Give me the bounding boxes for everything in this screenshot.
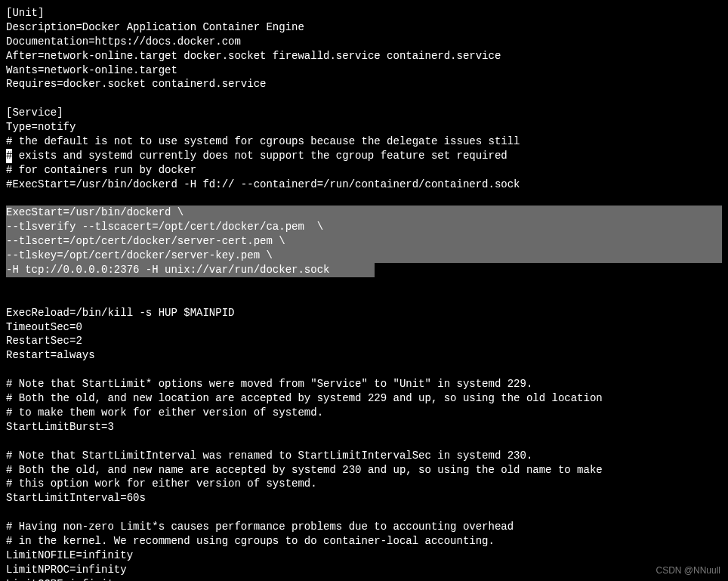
config-line: # for containers run by docker bbox=[6, 163, 722, 178]
config-line: Description=Docker Application Container… bbox=[6, 20, 722, 35]
config-line: #ExecStart=/usr/bin/dockerd -H fd:// --c… bbox=[6, 178, 722, 192]
config-line: StartLimitInterval=60s bbox=[6, 491, 722, 505]
config-line bbox=[6, 277, 722, 292]
config-line: # Note that StartLimit* options were mov… bbox=[6, 377, 722, 391]
highlighted-line: -H tcp://0.0.0.0:2376 -H unix://var/run/… bbox=[6, 263, 722, 277]
config-line: # Both the old, and new location are acc… bbox=[6, 391, 722, 406]
highlighted-line: --tlskey=/opt/cert/docker/server-key.pem… bbox=[6, 249, 722, 263]
config-line: LimitCORE=infinity bbox=[6, 577, 722, 581]
config-line: Documentation=https://docs.docker.com bbox=[6, 35, 722, 49]
config-line: # to make them work for either version o… bbox=[6, 406, 722, 420]
config-line bbox=[6, 91, 722, 106]
config-line: Wants=network-online.target bbox=[6, 63, 722, 78]
config-line: [Service] bbox=[6, 106, 722, 120]
config-text: exists and systemd currently does not su… bbox=[12, 150, 507, 162]
config-line bbox=[6, 363, 722, 377]
config-line bbox=[6, 505, 722, 520]
selection: --tlscert=/opt/cert/docker/server-cert.p… bbox=[6, 234, 722, 249]
config-line bbox=[6, 434, 722, 449]
config-line: # the default is not to use systemd for … bbox=[6, 134, 722, 149]
config-line: # Note that StartLimitInterval was renam… bbox=[6, 449, 722, 463]
config-line: After=network-online.target docker.socke… bbox=[6, 49, 722, 63]
config-line: StartLimitBurst=3 bbox=[6, 420, 722, 434]
config-line: RestartSec=2 bbox=[6, 334, 722, 348]
config-line: LimitNOFILE=infinity bbox=[6, 549, 722, 563]
selection: --tlsverify --tlscacert=/opt/cert/docker… bbox=[6, 220, 722, 234]
highlighted-line: --tlsverify --tlscacert=/opt/cert/docker… bbox=[6, 220, 722, 234]
config-line: # this option work for either version of… bbox=[6, 477, 722, 491]
selection: ExecStart=/usr/bin/dockerd \ bbox=[6, 206, 722, 220]
highlighted-line: ExecStart=/usr/bin/dockerd \ bbox=[6, 206, 722, 220]
config-line: TimeoutSec=0 bbox=[6, 320, 722, 335]
watermark: CSDN @NNuull bbox=[656, 564, 720, 576]
config-line: Restart=always bbox=[6, 348, 722, 363]
config-line: LimitNPROC=infinity bbox=[6, 563, 722, 577]
config-line bbox=[6, 292, 722, 306]
config-line: ExecReload=/bin/kill -s HUP $MAINPID bbox=[6, 306, 722, 320]
highlighted-line: --tlscert=/opt/cert/docker/server-cert.p… bbox=[6, 234, 722, 249]
config-line bbox=[6, 192, 722, 206]
config-line: # Both the old, and new name are accepte… bbox=[6, 463, 722, 477]
config-line: Type=notify bbox=[6, 120, 722, 134]
config-line: # Having non-zero Limit*s causes perform… bbox=[6, 520, 722, 534]
config-line: # in the kernel. We recommend using cgro… bbox=[6, 534, 722, 549]
config-line: [Unit] bbox=[6, 6, 722, 20]
selection: -H tcp://0.0.0.0:2376 -H unix://var/run/… bbox=[6, 263, 375, 277]
selection: --tlskey=/opt/cert/docker/server-key.pem… bbox=[6, 249, 722, 263]
config-line: # exists and systemd currently does not … bbox=[6, 149, 722, 163]
config-line: Requires=docker.socket containerd.servic… bbox=[6, 77, 722, 91]
